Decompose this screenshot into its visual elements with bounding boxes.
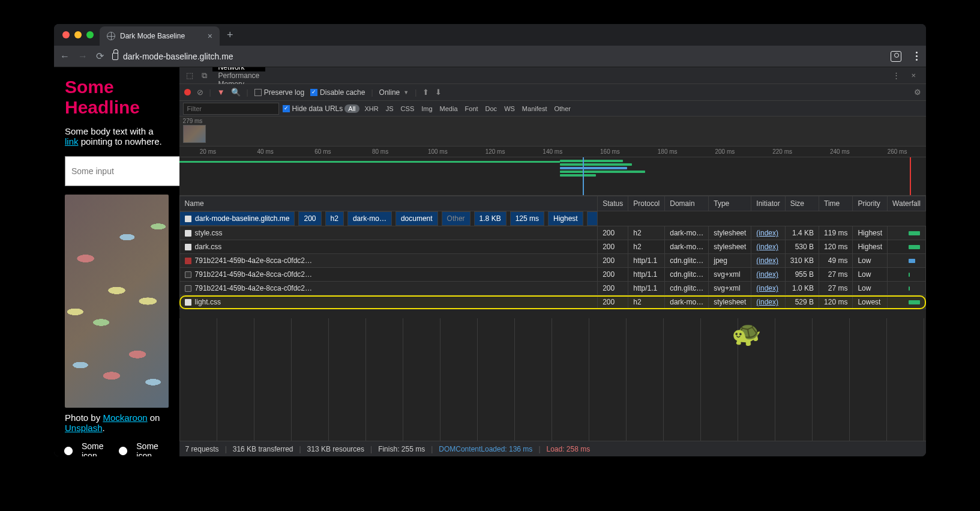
filter-input[interactable] bbox=[183, 103, 279, 115]
status-dcl: DOMContentLoaded: 136 ms bbox=[439, 445, 532, 453]
close-window-icon[interactable] bbox=[62, 31, 70, 38]
overview-strip[interactable]: 279 ms bbox=[179, 116, 926, 147]
status-requests: 7 requests bbox=[185, 445, 219, 453]
status-transferred: 316 KB transferred bbox=[233, 445, 293, 453]
icon-row: Some icon Some icon bbox=[65, 441, 169, 456]
bulb-icon bbox=[119, 447, 130, 455]
status-finish: Finish: 255 ms bbox=[378, 445, 425, 453]
overview-label: 279 ms bbox=[183, 118, 203, 124]
column-time[interactable]: Time bbox=[819, 196, 853, 211]
hide-data-urls-checkbox[interactable]: Hide data URLs bbox=[283, 104, 343, 113]
url-text: dark-mode-baseline.glitch.me bbox=[123, 52, 233, 61]
column-status[interactable]: Status bbox=[598, 196, 628, 211]
filter-type-css[interactable]: CSS bbox=[397, 105, 418, 112]
traffic-lights bbox=[62, 31, 94, 38]
throttling-select[interactable]: Online▼ bbox=[379, 88, 409, 97]
network-table[interactable]: NameStatusProtocolDomainTypeInitiatorSiz… bbox=[179, 196, 926, 318]
url-bar: ← → ⟳ dark-mode-baseline.glitch.me bbox=[54, 46, 926, 67]
column-domain[interactable]: Domain bbox=[665, 196, 709, 211]
table-row[interactable]: 791b2241-459b-4a2e-8cca-c0fdc2…200http/1… bbox=[179, 282, 925, 295]
filter-type-xhr[interactable]: XHR bbox=[361, 105, 382, 112]
column-size[interactable]: Size bbox=[785, 196, 819, 211]
column-name[interactable]: Name bbox=[179, 196, 598, 211]
table-row[interactable]: style.css200h2dark-mo…stylesheet(index)1… bbox=[179, 226, 925, 240]
inspect-icon[interactable]: ⬚ bbox=[183, 71, 196, 80]
filter-type-ws[interactable]: WS bbox=[501, 105, 519, 112]
upload-icon[interactable]: ⬆ bbox=[422, 88, 429, 97]
tab-title: Dark Mode Baseline bbox=[120, 32, 185, 40]
timeline-ticks: 20 ms40 ms60 ms80 ms100 ms120 ms140 ms16… bbox=[179, 147, 926, 157]
overview-thumbnail bbox=[183, 125, 206, 143]
table-row[interactable]: 791b2241-459b-4a2e-8cca-c0fdc2…200http/1… bbox=[179, 254, 925, 268]
browser-window: Dark Mode Baseline × + ← → ⟳ dark-mode-b… bbox=[54, 24, 926, 456]
filter-type-font[interactable]: Font bbox=[461, 105, 482, 112]
device-icon[interactable]: ⧉ bbox=[199, 71, 210, 80]
title-bar: Dark Mode Baseline × + bbox=[54, 24, 926, 46]
column-initiator[interactable]: Initiator bbox=[751, 196, 785, 211]
table-row[interactable]: dark.css200h2dark-mo…stylesheet(index)53… bbox=[179, 240, 925, 254]
record-icon[interactable] bbox=[184, 89, 191, 95]
turtle-icon: 🐢 bbox=[732, 319, 762, 348]
menu-icon[interactable] bbox=[913, 49, 920, 63]
column-waterfall[interactable]: Waterfall bbox=[888, 196, 926, 211]
network-filter-bar: Hide data URLs AllXHRJSCSSImgMediaFontDo… bbox=[179, 101, 926, 116]
status-load: Load: 258 ms bbox=[547, 445, 591, 453]
column-type[interactable]: Type bbox=[709, 196, 751, 211]
filter-type-manifest[interactable]: Manifest bbox=[519, 105, 551, 112]
bulb-icon bbox=[65, 447, 76, 455]
filter-type-doc[interactable]: Doc bbox=[482, 105, 501, 112]
browser-tab[interactable]: Dark Mode Baseline × bbox=[100, 26, 220, 46]
page-content: Some Headline Some body text with a link… bbox=[54, 67, 179, 456]
download-icon[interactable]: ⬇ bbox=[435, 88, 442, 97]
text-input[interactable] bbox=[65, 156, 179, 186]
column-priority[interactable]: Priority bbox=[853, 196, 888, 211]
devtools-tabs: ⬚ ⧉ ElementsConsoleSourcesNetworkPerform… bbox=[179, 67, 926, 84]
search-icon[interactable]: 🔍 bbox=[231, 88, 241, 97]
back-button[interactable]: ← bbox=[60, 51, 70, 62]
profile-icon[interactable] bbox=[891, 51, 901, 62]
status-bar: 7 requests| 316 KB transferred| 313 KB r… bbox=[179, 441, 926, 456]
globe-icon bbox=[107, 32, 115, 40]
column-protocol[interactable]: Protocol bbox=[628, 196, 665, 211]
maximize-window-icon[interactable] bbox=[86, 31, 94, 38]
filter-type-js[interactable]: JS bbox=[382, 105, 397, 112]
devtools-menu-icon[interactable]: ⋮ bbox=[889, 71, 903, 80]
hero-image bbox=[65, 195, 169, 408]
forward-button[interactable]: → bbox=[78, 51, 88, 62]
new-tab-button[interactable]: + bbox=[227, 29, 233, 41]
table-row[interactable]: 791b2241-459b-4a2e-8cca-c0fdc2…200http/1… bbox=[179, 268, 925, 282]
filter-icon[interactable]: ▼ bbox=[217, 88, 225, 97]
photo-credit: Photo by Mockaroon on Unsplash. bbox=[65, 413, 169, 433]
credit-author-link[interactable]: Mockaroon bbox=[103, 413, 147, 423]
gear-icon[interactable]: ⚙ bbox=[914, 88, 921, 97]
disable-cache-checkbox[interactable]: Disable cache bbox=[310, 88, 365, 97]
network-toolbar: ⊘ | ▼ 🔍 | Preserve log Disable cache | O… bbox=[179, 84, 926, 101]
table-row[interactable]: light.css200h2dark-mo…stylesheet(index)5… bbox=[179, 295, 925, 309]
preserve-log-checkbox[interactable]: Preserve log bbox=[254, 88, 304, 97]
status-resources: 313 KB resources bbox=[307, 445, 364, 453]
devtools-tab-performance[interactable]: Performance bbox=[212, 71, 266, 80]
close-tab-icon[interactable]: × bbox=[208, 31, 212, 41]
table-row[interactable]: dark-mode-baseline.glitch.me200h2dark-mo… bbox=[179, 211, 598, 226]
filter-type-media[interactable]: Media bbox=[436, 105, 461, 112]
devtools-close-icon[interactable]: × bbox=[908, 71, 919, 80]
reload-button[interactable]: ⟳ bbox=[96, 50, 104, 62]
table-empty-area: 🐢 bbox=[179, 318, 926, 441]
filter-type-all[interactable]: All bbox=[344, 104, 359, 113]
minimize-window-icon[interactable] bbox=[74, 31, 82, 38]
page-headline: Some Headline bbox=[65, 77, 169, 118]
clear-icon[interactable]: ⊘ bbox=[197, 88, 203, 97]
filter-type-other[interactable]: Other bbox=[550, 105, 574, 112]
url-field[interactable]: dark-mode-baseline.glitch.me bbox=[112, 52, 882, 61]
credit-site-link[interactable]: Unsplash bbox=[65, 423, 103, 433]
body-link[interactable]: link bbox=[65, 136, 79, 147]
devtools-panel: ⬚ ⧉ ElementsConsoleSourcesNetworkPerform… bbox=[179, 67, 926, 456]
filter-type-img[interactable]: Img bbox=[418, 105, 436, 112]
timeline[interactable]: 20 ms40 ms60 ms80 ms100 ms120 ms140 ms16… bbox=[179, 147, 926, 196]
body-text: Some body text with a link pointing to n… bbox=[65, 126, 169, 147]
lock-icon bbox=[112, 53, 118, 60]
